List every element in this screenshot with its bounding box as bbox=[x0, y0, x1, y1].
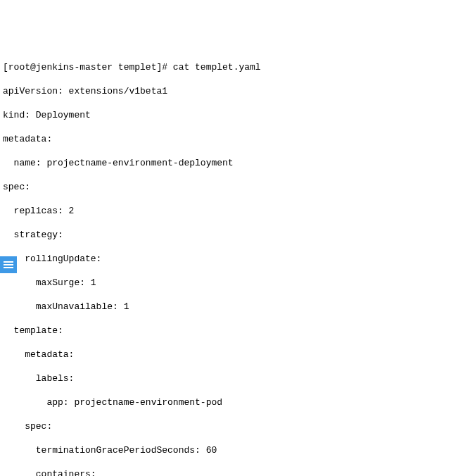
yaml-line: metadata: bbox=[3, 133, 467, 145]
yaml-line: labels: bbox=[3, 372, 467, 384]
yaml-line: spec: bbox=[3, 420, 467, 432]
yaml-line: metadata: bbox=[3, 349, 467, 361]
yaml-line: terminationGracePeriodSeconds: 60 bbox=[3, 444, 467, 456]
yaml-line: template: bbox=[3, 325, 467, 337]
prompt-line: [root@jenkins-master templet]# cat templ… bbox=[3, 61, 467, 73]
yaml-line: maxUnavailable: 1 bbox=[3, 301, 467, 313]
yaml-line: maxSurge: 1 bbox=[3, 277, 467, 289]
yaml-line: apiVersion: extensions/v1beta1 bbox=[3, 85, 467, 97]
yaml-line: rollingUpdate: bbox=[3, 253, 467, 265]
yaml-line: containers: bbox=[3, 468, 467, 476]
side-panel-toggle[interactable] bbox=[0, 256, 17, 273]
yaml-line: strategy: bbox=[3, 229, 467, 241]
hamburger-icon bbox=[4, 261, 13, 268]
terminal-output[interactable]: [root@jenkins-master templet]# cat templ… bbox=[0, 48, 470, 476]
yaml-line: spec: bbox=[3, 181, 467, 193]
yaml-line: replicas: 2 bbox=[3, 205, 467, 217]
yaml-line: kind: Deployment bbox=[3, 109, 467, 121]
yaml-line: app: projectname-environment-pod bbox=[3, 396, 467, 408]
yaml-line: name: projectname-environment-deployment bbox=[3, 157, 467, 169]
